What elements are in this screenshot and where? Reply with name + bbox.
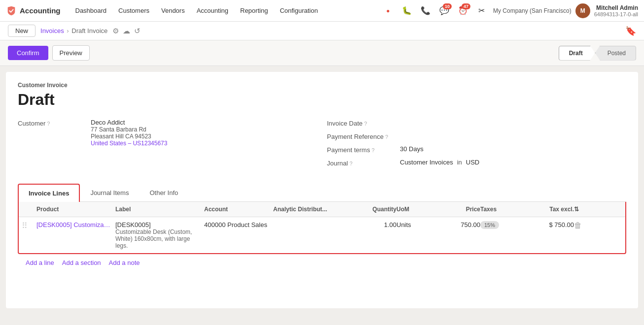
invoice-date-field: Invoice Date ?	[327, 119, 626, 127]
breadcrumb-icons: ⚙ ☁ ↺	[112, 27, 141, 35]
row-uom[interactable]: Units	[396, 221, 436, 228]
invoice-date-help-icon[interactable]: ?	[364, 121, 367, 127]
app-name: Accounting	[20, 6, 61, 15]
journal-help-icon[interactable]: ?	[350, 161, 353, 166]
wrench-icon[interactable]: ✂	[474, 3, 489, 18]
user-code: 64894313-17-0-all	[594, 11, 638, 17]
payment-terms-field: Payment terms ? 30 Days	[327, 145, 626, 154]
payment-reference-field: Payment Reference ?	[327, 132, 626, 140]
th-uom: UoM	[396, 206, 436, 213]
nav-menu: Dashboard Customers Vendors Accounting R…	[71, 5, 371, 16]
currency-in-label: in	[457, 159, 462, 166]
row-product[interactable]: [DESK0005] Customiza…	[36, 221, 115, 228]
journal-label: Journal ?	[327, 159, 396, 167]
bug-icon[interactable]: 🐛	[399, 3, 414, 18]
journal-value[interactable]: Customer Invoices	[400, 159, 453, 166]
payment-reference-help-icon[interactable]: ?	[385, 134, 388, 140]
add-note-link[interactable]: Add a note	[109, 259, 140, 266]
main-content: Customer Invoice Draft Customer ? Deco A…	[6, 72, 638, 308]
customer-label: Customer ?	[18, 119, 87, 127]
add-section-link[interactable]: Add a section	[62, 259, 101, 266]
status-bar: Draft Posted	[559, 46, 636, 61]
settings-icon[interactable]: ⚙	[112, 27, 119, 35]
action-bar: Confirm Preview Draft Posted	[0, 40, 644, 66]
new-button[interactable]: New	[8, 25, 36, 37]
tab-invoice-lines[interactable]: Invoice Lines	[18, 184, 80, 202]
nav-customers[interactable]: Customers	[113, 5, 154, 16]
confirm-button[interactable]: Confirm	[8, 46, 48, 60]
payment-terms-help-icon[interactable]: ?	[371, 147, 374, 153]
payment-terms-value[interactable]: 30 Days	[400, 145, 424, 153]
th-label: Label	[115, 206, 204, 213]
breadcrumb-bar: New Invoices › Draft Invoice ⚙ ☁ ↺ 🔖	[0, 22, 644, 40]
table-row: ⠿ [DESK0005] Customiza… [DESK0005] Custo…	[19, 217, 625, 253]
invoice-status-label: Draft	[18, 91, 626, 109]
tab-other-info[interactable]: Other Info	[139, 184, 188, 202]
invoice-lines-table: Product Label Account Analytic Distribut…	[18, 202, 626, 254]
row-tax-excl: $ 750.00	[525, 221, 574, 228]
bookmark-icon[interactable]: 🔖	[625, 26, 636, 36]
top-navigation: Accounting Dashboard Customers Vendors A…	[0, 0, 644, 22]
form-right-column: Invoice Date ? Payment Reference ? Payme…	[327, 119, 626, 172]
nav-reporting[interactable]: Reporting	[235, 5, 273, 16]
nav-configuration[interactable]: Configuration	[275, 5, 322, 16]
tab-journal-items[interactable]: Journal Items	[80, 184, 139, 202]
row-drag-handle[interactable]: ⠿	[22, 221, 36, 230]
table-footer: Add a line Add a section Add a note	[18, 254, 626, 271]
th-account: Account	[204, 206, 273, 213]
payment-terms-label: Payment terms ?	[327, 145, 396, 154]
user-avatar[interactable]: M	[575, 3, 590, 18]
row-label[interactable]: [DESK0005] Customizable Desk (Custom, Wh…	[115, 221, 204, 249]
breadcrumb-separator: ›	[67, 27, 69, 34]
tax-badge[interactable]: 15%	[480, 221, 499, 229]
customer-address-2: Pleasant Hill CA 94523	[91, 133, 167, 140]
invoice-type-label: Customer Invoice	[18, 82, 626, 89]
status-dot-icon[interactable]: ●	[381, 3, 395, 18]
cloud-icon[interactable]: ☁	[123, 27, 130, 35]
th-product: Product	[36, 206, 115, 213]
add-line-link[interactable]: Add a line	[26, 259, 54, 266]
form-left-column: Customer ? Deco Addict 77 Santa Barbara …	[18, 119, 317, 172]
customer-field: Customer ? Deco Addict 77 Santa Barbara …	[18, 119, 317, 147]
tabs-bar: Invoice Lines Journal Items Other Info	[18, 184, 626, 202]
row-label-main: [DESK0005]	[115, 221, 204, 228]
customer-help-icon[interactable]: ?	[47, 121, 50, 127]
preview-button[interactable]: Preview	[52, 45, 90, 61]
status-posted[interactable]: Posted	[595, 46, 636, 61]
customer-name-link[interactable]: Deco Addict	[91, 119, 125, 126]
nav-vendors[interactable]: Vendors	[156, 5, 190, 16]
invoice-form: Customer ? Deco Addict 77 Santa Barbara …	[18, 119, 626, 172]
refresh-icon[interactable]: ↺	[134, 27, 141, 35]
company-name[interactable]: My Company (San Francisco)	[493, 7, 572, 14]
chat-badge: 10	[443, 3, 452, 9]
nav-dashboard[interactable]: Dashboard	[71, 5, 112, 16]
nav-accounting[interactable]: Accounting	[192, 5, 233, 16]
chat-icon[interactable]: 💬 10	[437, 3, 452, 18]
breadcrumb-parent-link[interactable]: Invoices	[40, 27, 64, 34]
journal-field: Journal ? Customer Invoices in USD	[327, 159, 626, 167]
row-delete-button[interactable]: 🗑	[574, 221, 594, 230]
th-taxes: Taxes	[480, 206, 525, 213]
user-info[interactable]: Mitchell Admin 64894313-17-0-all	[594, 4, 638, 17]
app-logo[interactable]: Accounting	[6, 5, 61, 16]
th-price: Price	[436, 206, 480, 213]
status-draft[interactable]: Draft	[559, 46, 595, 61]
breadcrumb: Invoices › Draft Invoice	[40, 27, 107, 34]
customer-address-1: 77 Santa Barbara Rd	[91, 126, 167, 133]
th-quantity: Quantity	[357, 206, 396, 213]
row-price[interactable]: 750.00	[436, 221, 480, 228]
row-quantity[interactable]: 1.00	[357, 221, 396, 228]
user-name: Mitchell Admin	[594, 4, 638, 11]
customer-address-3[interactable]: United States – US12345673	[91, 140, 167, 147]
th-actions: ⇅	[574, 206, 594, 213]
clock-badge: 47	[462, 3, 470, 9]
row-account[interactable]: 400000 Product Sales	[204, 221, 273, 228]
phone-icon[interactable]: 📞	[418, 3, 433, 18]
row-taxes[interactable]: 15%	[480, 221, 525, 229]
currency-value[interactable]: USD	[466, 159, 479, 166]
payment-reference-label: Payment Reference ?	[327, 132, 396, 140]
customer-value: Deco Addict 77 Santa Barbara Rd Pleasant…	[91, 119, 167, 147]
th-tax-excl: Tax excl.	[525, 206, 574, 213]
table-header: Product Label Account Analytic Distribut…	[19, 202, 625, 217]
clock-icon[interactable]: ⏰ 47	[456, 3, 470, 18]
